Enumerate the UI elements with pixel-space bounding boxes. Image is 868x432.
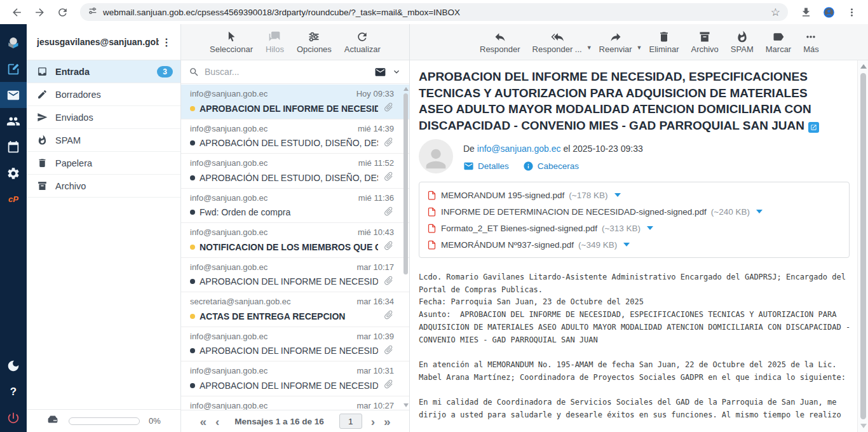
browser-menu-icon[interactable] bbox=[841, 2, 862, 22]
calendar-rail-button[interactable] bbox=[0, 134, 27, 160]
responder-button[interactable]: Responder ... bbox=[532, 30, 582, 54]
webmail-app: cP? jesusgavilanes@sanjuan.gob.... ⋮ Ent… bbox=[0, 24, 868, 432]
scroll-up-icon[interactable] bbox=[860, 64, 867, 69]
folder-label: Borradores bbox=[55, 90, 173, 100]
forward-icon bbox=[609, 30, 622, 43]
message-row[interactable]: info@sanjuan.gob.ecmié 14:39APROBACIÓN D… bbox=[181, 119, 409, 154]
eliminar-button[interactable]: Eliminar bbox=[649, 30, 679, 54]
detalles-button[interactable]: Detalles bbox=[463, 161, 509, 172]
message-subject: APROBACIÓN DEL ESTUDIO, DISEÑO, DESA... bbox=[200, 138, 378, 148]
attachment-name[interactable]: MEMORANDUM 195-signed.pdf bbox=[441, 191, 564, 200]
view-scroll-thumb[interactable] bbox=[860, 73, 866, 419]
sidebar-folder-papelera[interactable]: Papelera bbox=[27, 152, 180, 175]
last-page-icon[interactable]: » bbox=[384, 415, 391, 428]
open-in-new-icon[interactable] bbox=[808, 122, 819, 133]
dropdown-caret-icon[interactable]: ▼ bbox=[637, 44, 642, 51]
más-button[interactable]: Más bbox=[803, 30, 819, 54]
message-row[interactable]: info@sanjuan.gob.ecmié 10:43NOTIFICACION… bbox=[181, 223, 409, 258]
quota-percent: 0% bbox=[149, 416, 161, 426]
browser-chrome: webmail.sanjuan.gob.ec/cpsess4569390018/… bbox=[0, 0, 868, 24]
browser-reload-icon[interactable] bbox=[52, 2, 72, 22]
list-toolbar: Seleccionar Hilos Opciones Actualizar bbox=[181, 24, 409, 60]
attachment-menu-caret-icon[interactable] bbox=[614, 193, 621, 197]
moon-rail-button[interactable] bbox=[0, 353, 27, 379]
attachment-menu-caret-icon[interactable] bbox=[647, 226, 653, 230]
profile-icon[interactable] bbox=[818, 2, 839, 22]
account-menu-icon[interactable]: ⋮ bbox=[159, 36, 174, 48]
downloads-icon[interactable] bbox=[796, 2, 816, 22]
sidebar-folder-entrada[interactable]: Entrada3 bbox=[27, 60, 180, 83]
archivo-button[interactable]: Archivo bbox=[691, 30, 719, 54]
attachment-name[interactable]: MEMORÁNDUM Nº937-signed.pdf bbox=[441, 240, 574, 250]
help-rail-button[interactable]: ? bbox=[0, 379, 27, 405]
read-dot-icon bbox=[190, 279, 195, 284]
marcar-button[interactable]: Marcar bbox=[766, 30, 791, 54]
cpanel-icon: cP bbox=[8, 194, 18, 204]
attachment-size: (~178 KB) bbox=[569, 191, 607, 200]
site-info-icon[interactable] bbox=[88, 6, 98, 18]
trash-icon bbox=[658, 30, 670, 43]
message-row[interactable]: info@sanjuan.gob.ecmar 10:27 bbox=[181, 396, 409, 410]
message-sender: info@sanjuan.gob.ec bbox=[190, 124, 268, 133]
responder-button[interactable]: Responder bbox=[480, 30, 520, 54]
hilos-button[interactable]: Hilos bbox=[266, 30, 284, 54]
browser-forward-icon[interactable] bbox=[29, 2, 50, 22]
sidebar-folder-enviados[interactable]: Enviados bbox=[27, 106, 180, 129]
address-bar[interactable]: webmail.sanjuan.gob.ec/cpsess4569390018/… bbox=[80, 3, 788, 21]
contacts-rail-button[interactable] bbox=[0, 108, 27, 134]
pencil-icon bbox=[37, 89, 48, 100]
sidebar-folder-borradores[interactable]: Borradores bbox=[27, 83, 180, 106]
list-scrollbar[interactable] bbox=[402, 84, 409, 410]
view-scrollbar[interactable] bbox=[857, 60, 868, 432]
toolbar-label: Hilos bbox=[266, 44, 284, 54]
power-rail-button[interactable] bbox=[0, 405, 27, 431]
seleccionar-button[interactable]: Seleccionar bbox=[210, 30, 253, 54]
mail-rail-button[interactable] bbox=[0, 82, 27, 108]
more-icon bbox=[804, 30, 817, 43]
reenviar-button[interactable]: Reenviar bbox=[599, 30, 632, 54]
attachment-name[interactable]: Formato_2_ET Bienes-signed-signed.pdf bbox=[441, 224, 597, 233]
attachment-menu-caret-icon[interactable] bbox=[623, 243, 630, 246]
list-scroll-thumb[interactable] bbox=[403, 93, 408, 274]
first-page-icon[interactable]: « bbox=[200, 415, 207, 428]
attachment-size: (~240 KB) bbox=[711, 207, 750, 217]
sender-email-link[interactable]: info@sanjuan.gob.ec bbox=[477, 144, 561, 154]
scroll-up-icon[interactable] bbox=[403, 87, 409, 91]
cabeceras-button[interactable]: Cabeceras bbox=[523, 161, 579, 172]
dropdown-caret-icon[interactable]: ▼ bbox=[587, 44, 592, 51]
settings-rail-button[interactable] bbox=[0, 160, 27, 186]
reply-all-icon bbox=[551, 30, 564, 43]
roundcube-logo-rail-button[interactable] bbox=[0, 30, 27, 56]
attachment-menu-caret-icon[interactable] bbox=[756, 210, 763, 213]
message-row[interactable]: info@sanjuan.gob.ecmar 10:17APROBACION D… bbox=[181, 258, 409, 293]
message-row[interactable]: info@sanjuan.gob.ecmar 10:31APROBACION D… bbox=[181, 361, 409, 396]
spam-button[interactable]: SPAM bbox=[731, 30, 754, 54]
search-input[interactable] bbox=[205, 67, 369, 77]
opciones-button[interactable]: Opciones bbox=[297, 30, 332, 54]
refresh-icon bbox=[356, 30, 369, 43]
prev-page-icon[interactable]: ‹ bbox=[215, 415, 219, 428]
scroll-down-icon[interactable] bbox=[860, 424, 867, 428]
scroll-down-icon[interactable] bbox=[403, 403, 409, 407]
next-page-icon[interactable]: › bbox=[371, 415, 375, 428]
message-row[interactable]: info@sanjuan.gob.ecmié 11:52APROBACIÓN D… bbox=[181, 154, 409, 189]
compose-rail-button[interactable] bbox=[0, 56, 27, 82]
message-row[interactable]: info@sanjuan.gob.ecmar 10:39APROBACION D… bbox=[181, 327, 409, 362]
actualizar-button[interactable]: Actualizar bbox=[344, 30, 381, 54]
browser-back-icon[interactable] bbox=[6, 2, 27, 22]
message-row[interactable]: secretaria@sanjuan.gob.ecmar 16:34ACTAS … bbox=[181, 292, 409, 327]
message-row[interactable]: info@sanjuan.gob.ecmié 11:36Fwd: Orden d… bbox=[181, 189, 409, 224]
message-row[interactable]: info@sanjuan.gob.ecHoy 09:33APROBACION D… bbox=[181, 84, 409, 119]
attachment-name[interactable]: INFORME DE DETERMINACION DE NECESIDAD-si… bbox=[441, 207, 707, 217]
sidebar-folder-archivo[interactable]: Archivo bbox=[27, 175, 180, 198]
bookmark-star-icon[interactable]: ☆ bbox=[771, 6, 780, 19]
url-text: webmail.sanjuan.gob.ec/cpsess4569390018/… bbox=[103, 8, 766, 17]
message-date: mar 10:31 bbox=[356, 366, 394, 375]
cpanel-rail-button[interactable]: cP bbox=[0, 186, 27, 212]
sidebar-folder-spam[interactable]: SPAM bbox=[27, 129, 180, 152]
paperclip-icon bbox=[383, 240, 394, 253]
page-number-input[interactable] bbox=[339, 414, 362, 429]
search-options-chevron-icon[interactable] bbox=[391, 67, 402, 77]
search-scope-envelope-icon[interactable] bbox=[374, 66, 386, 78]
inbox-icon bbox=[37, 66, 48, 77]
